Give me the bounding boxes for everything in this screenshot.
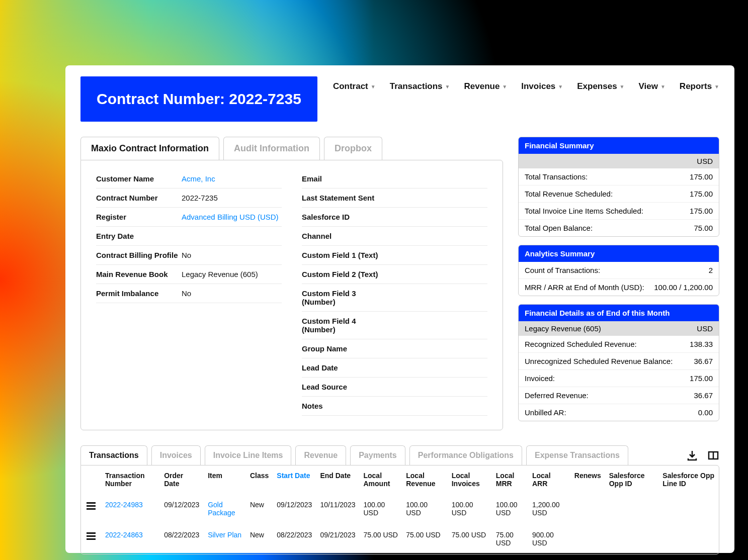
btab-payments[interactable]: Payments	[350, 445, 405, 465]
table-header[interactable]: Local ARR	[528, 465, 570, 494]
financial-summary: Financial Summary USD Total Transactions…	[518, 137, 719, 237]
info-value: No	[182, 251, 191, 259]
nav-revenue[interactable]: Revenue▼	[464, 81, 507, 91]
table-row: 2022-2498309/12/2023Gold PackageNew09/12…	[81, 494, 719, 524]
info-row: Last Statement Sent	[302, 189, 487, 208]
app-window: Contract Number: 2022-7235 Contract▼Tran…	[65, 65, 734, 553]
nav-reports[interactable]: Reports▼	[680, 81, 719, 91]
summary-row: Unbilled AR:0.00	[519, 404, 719, 421]
download-icon[interactable]	[686, 449, 698, 461]
info-label: Custom Field 3 (Number)	[302, 289, 387, 306]
order-date: 09/12/2023	[160, 494, 204, 524]
transaction-number[interactable]: 2022-24983	[101, 494, 160, 524]
info-label: Contract Billing Profile	[96, 251, 182, 259]
info-value[interactable]: Acme, Inc	[182, 174, 215, 183]
info-row: RegisterAdvanced Billing USD (USD)	[96, 208, 282, 227]
item[interactable]: Silver Plan	[204, 524, 246, 554]
opp-id	[605, 494, 659, 524]
info-label: Main Revenue Book	[96, 270, 182, 278]
summary-label: Count of Transactions:	[525, 266, 600, 274]
opp-line-id	[658, 494, 719, 524]
table-header[interactable]: Order Date	[160, 465, 204, 494]
info-row: Lead Source	[302, 378, 487, 397]
info-label: Channel	[302, 232, 387, 240]
chevron-down-icon: ▼	[502, 84, 507, 89]
btab-revenue[interactable]: Revenue	[295, 445, 346, 465]
table-row: 2022-2486308/22/2023Silver PlanNew08/22/…	[81, 524, 719, 554]
btab-invoices[interactable]: Invoices	[151, 445, 201, 465]
tab-audit-information[interactable]: Audit Information	[223, 137, 320, 160]
btab-invoice-line-items[interactable]: Invoice Line Items	[205, 445, 292, 465]
nav-invoices[interactable]: Invoices▼	[521, 81, 563, 91]
summary-row: Total Revenue Scheduled:175.00	[519, 185, 719, 203]
table-header[interactable]: End Date	[316, 465, 359, 494]
info-row: Custom Field 1 (Text)	[302, 246, 487, 265]
transaction-number[interactable]: 2022-24863	[101, 524, 160, 554]
nav-contract[interactable]: Contract▼	[333, 81, 376, 91]
row-menu-icon[interactable]	[87, 531, 96, 541]
info-value[interactable]: Advanced Billing USD (USD)	[182, 213, 279, 221]
local-arr: 900.00 USD	[528, 524, 570, 554]
tab-maxio-contract-information[interactable]: Maxio Contract Information	[80, 137, 219, 160]
analytics-summary: Analytics Summary Count of Transactions:…	[518, 245, 719, 296]
btab-performance-obligations[interactable]: Performance Obligations	[409, 445, 522, 465]
info-label: Permit Imbalance	[96, 289, 182, 298]
local-amount: 75.00 USD	[359, 524, 402, 554]
renews	[570, 524, 605, 554]
summary-value: 175.00	[690, 172, 713, 181]
summary-label: Invoiced:	[525, 374, 555, 383]
table-header[interactable]: Item	[204, 465, 246, 494]
item[interactable]: Gold Package	[204, 494, 246, 524]
table-header[interactable]: Renews	[570, 465, 605, 494]
summary-value: 138.33	[690, 340, 713, 348]
financial-details-currency: USD	[697, 324, 713, 333]
info-label: Custom Field 4 (Number)	[302, 317, 387, 334]
local-invoices: 100.00 USD	[448, 494, 492, 524]
summary-row: Invoiced:175.00	[519, 370, 719, 387]
row-menu-icon[interactable]	[87, 501, 96, 511]
renews	[570, 494, 605, 524]
info-row: Email	[302, 169, 487, 189]
summary-label: Unrecognized Scheduled Revenue Balance:	[525, 357, 673, 365]
financial-details: Financial Details as of End of this Mont…	[518, 304, 719, 421]
chevron-down-icon: ▼	[371, 84, 376, 89]
table-header[interactable]: Class	[246, 465, 273, 494]
summary-row: Count of Transactions:2	[519, 262, 719, 279]
table-header[interactable]: Salesforce Opp Line ID	[658, 465, 719, 494]
info-row: Channel	[302, 227, 487, 246]
nav-expenses[interactable]: Expenses▼	[577, 81, 624, 91]
class: New	[246, 494, 273, 524]
btab-transactions[interactable]: Transactions	[80, 445, 147, 465]
columns-icon[interactable]	[707, 449, 719, 461]
table-header[interactable]: Local MRR	[492, 465, 528, 494]
end-date: 10/11/2023	[316, 494, 359, 524]
nav-view[interactable]: View▼	[639, 81, 666, 91]
local-revenue: 100.00 USD	[402, 494, 447, 524]
table-header[interactable]: Local Amount	[359, 465, 402, 494]
financial-details-title: Financial Details as of End of this Mont…	[519, 305, 719, 321]
btab-expense-transactions[interactable]: Expense Transactions	[526, 445, 628, 465]
info-label: Entry Date	[96, 232, 182, 240]
table-header[interactable]: Start Date	[273, 465, 316, 494]
summary-label: Total Invoice Line Items Scheduled:	[525, 207, 643, 215]
info-row: Salesforce ID	[302, 208, 487, 227]
table-header[interactable]: Salesforce Opp ID	[605, 465, 659, 494]
table-header[interactable]: Local Revenue	[402, 465, 447, 494]
financial-details-book: Legacy Revenue (605)	[525, 324, 601, 333]
info-label: Group Name	[302, 344, 387, 353]
order-date: 08/22/2023	[160, 524, 204, 554]
info-label: Register	[96, 213, 182, 221]
local-arr: 1,200.00 USD	[528, 494, 570, 524]
table-header[interactable]: Local Invoices	[448, 465, 492, 494]
financial-summary-currency: USD	[697, 157, 713, 165]
nav-transactions[interactable]: Transactions▼	[390, 81, 450, 91]
top-nav: Contract▼Transactions▼Revenue▼Invoices▼E…	[333, 76, 719, 91]
info-tabs: Maxio Contract InformationAudit Informat…	[80, 137, 503, 160]
info-row: Custom Field 2 (Text)	[302, 265, 487, 284]
summary-value: 36.67	[694, 357, 713, 365]
info-value: Legacy Revenue (605)	[182, 270, 258, 278]
info-row: Contract Number2022-7235	[96, 189, 282, 208]
summary-label: Unbilled AR:	[525, 408, 566, 417]
table-header[interactable]: Transaction Number	[101, 465, 160, 494]
tab-dropbox[interactable]: Dropbox	[324, 137, 382, 160]
